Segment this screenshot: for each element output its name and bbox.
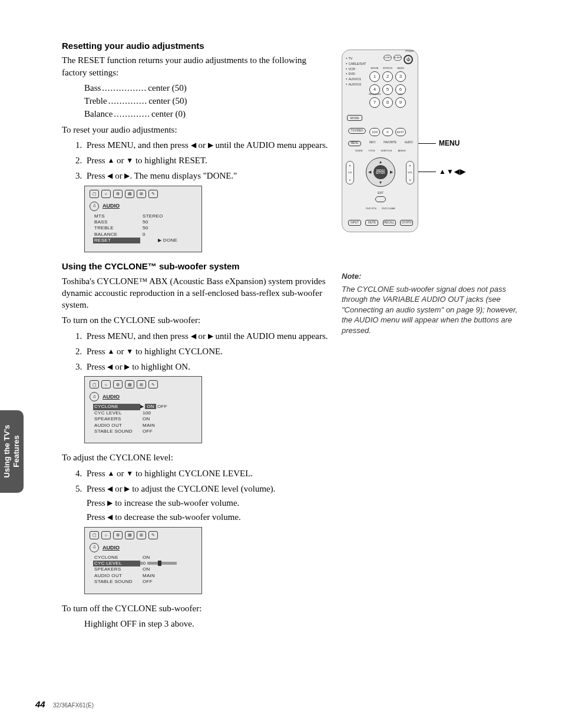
dpad-center: MENU/ ENTER [373,165,388,179]
right-arrow-icon: ▶ [124,484,130,493]
power-label: POWER [405,50,414,52]
down-arrow-icon: ▼ [126,156,133,165]
osd-icon-row: ▢ ☼ ⚙ ▤ ⊞ ✎ [90,531,197,539]
callout-arrows: ▲▼◀▶ [439,167,466,176]
sleep-button: SLEEP [394,55,402,61]
cyclone-off-sub: Highlight OFF in step 3 above. [84,618,333,630]
cyclone-adj-steps: Press ▲ or ▼ to highlight CYCLONE LEVEL.… [84,467,333,523]
dpad-left-icon: ◀ [368,169,371,174]
osd-icon: ☼ [101,531,111,539]
osd-icon-row: ▢ ☼ ⚙ ▤ ⊞ ✎ [90,380,197,388]
cyclone-step-2: Press ▲ or ▼ to highlight CYCLONE. [84,345,333,357]
bottom-button-row: INPUT MUTE RECALL CH RTN [348,220,413,226]
osd-icon: ✎ [148,190,158,198]
num-3: 3 [395,71,406,82]
chrtn-button: CH RTN [400,220,413,226]
num-8: 8 [382,97,393,108]
osd-icon: ▢ [90,531,99,539]
left-arrow-icon: ◀ [107,362,113,371]
osd-icon: ⊞ [137,190,146,198]
cyclone-on-lead: To turn on the CYCLONE sub-woofer: [62,314,333,326]
osd-table: MTSSTEREO BASS50 TREBLE50 BALANCE0 RESET… [94,213,197,244]
sub-label-row: GUIDE TITLE SUBTITLE ANGLE [355,149,406,152]
dpad-right-icon: ▶ [390,169,393,174]
right-arrow-icon: ▶ [208,140,213,150]
osd-audio-header: ♫ AUDIO [90,202,197,211]
reset-steps: Press MENU, and then press ◀ or ▶ until … [84,139,333,182]
osd-icon: ✎ [148,380,158,388]
cyclone-step-4: Press ▲ or ▼ to highlight CYCLONE LEVEL. [84,467,333,479]
doc-id: 32/36AFX61(E) [53,702,94,709]
reset-lead: To reset your audio adjustments: [62,124,333,136]
speaker-icon: ♫ [90,543,99,552]
cyclone-on-steps: Press MENU, and then press ◀ or ▶ until … [84,330,333,373]
power-button-icon: ⏻ [404,55,413,64]
page-footer: 44 32/36AFX61(E) [35,699,94,710]
heading-reset-audio: Resetting your audio adjustments [62,40,333,52]
num-2: 2 [382,71,393,82]
osd-table: CYCLONEON CYC LEVEL 80 SPEAKERSON AUDIO … [94,555,197,585]
osd-icon: ▤ [125,531,134,539]
default-bass: Bass ................ center (50) [84,82,333,94]
reset-intro: The RESET function returns your audio ad… [62,54,333,78]
down-arrow-icon: ▼ [126,469,133,478]
osd-table: CYCLONE ▶ONOFF CYC LEVEL100 SPEAKERSON A… [94,404,197,434]
speaker-icon: ♫ [90,392,99,401]
up-arrow-icon: ▲ [107,347,114,356]
left-arrow-icon: ◀ [107,512,113,522]
osd-highlight-row: CYC LEVEL 80 [94,561,197,566]
osd-menu-cyclone-on: ▢ ☼ ⚙ ▤ ⊞ ✎ ♫ AUDIO CYCLONE ▶ONOFF CYC L… [84,376,202,443]
osd-audio-header: ♫ AUDIO [90,543,197,552]
page: Resetting your audio adjustments The RES… [0,0,562,728]
right-arrow-icon: ▶ [107,498,113,508]
speaker-icon: ♫ [90,202,99,211]
note-block: Note: The CYCLONE sub-woofer signal does… [342,271,518,335]
osd-icon: ⊞ [137,531,146,539]
page-number: 44 [35,699,45,709]
num-7: 7 [369,97,380,108]
osd-audio-header: ♫ AUDIO [90,392,197,401]
cyclone-step-5: Press ◀ or ▶ to adjust the CYCLONE level… [84,483,333,523]
input-button: INPUT [348,220,361,226]
btn-0: 0 [382,128,393,136]
callout-menu: MENU [439,139,459,148]
osd-highlight-row: CYCLONE ▶ONOFF [94,404,197,410]
number-pad: 1 2 3 4 5 6 7 8 9 [369,71,406,108]
left-arrow-icon: ◀ [191,331,196,341]
reset-step-3: Press ◀ or ▶. The menu displays "DONE." [84,170,333,182]
dpad-up-icon: ▲ [379,159,383,164]
default-balance: Balance ............. center (0) [84,108,333,120]
left-arrow-icon: ◀ [107,171,113,180]
step5-sub1: Press ▶ to increase the sub-woofer volum… [87,497,333,509]
osd-icon: ▤ [125,190,134,198]
row-100-0-ent: 100 0 ENT [369,128,406,136]
left-arrow-icon: ◀ [107,484,113,493]
callout-line [418,143,436,144]
osd-icon: ▢ [90,190,99,198]
cyclone-step-3: Press ◀ or ▶ to highlight ON. [84,361,333,373]
up-arrow-icon: ▲ [107,469,114,478]
num-labels-mid: SERVICES LIST [368,93,407,95]
osd-icon: ☼ [101,380,111,388]
right-arrow-icon: ▶ [124,362,130,371]
mute-button: MUTE [365,220,378,226]
right-column: TV CABLE/SAT VCR DVD AUX/IO1 AUX/IO2 LIG… [342,50,530,232]
btn-ent: ENT [395,128,406,136]
chapter-tab: Using the TV's Features [0,410,24,493]
slider-icon [147,562,177,565]
callout-line [418,172,436,172]
menu-button: MENU [348,141,361,146]
tvvideo-button: TV/VIDEO [348,128,366,134]
btn-100: 100 [369,128,380,136]
reset-step-1: Press MENU, and then press ◀ or ▶ until … [84,139,333,151]
osd-icon: ⊞ [137,380,146,388]
right-arrow-icon: ▶ [208,331,213,341]
dpad-down-icon: ▼ [379,180,383,185]
mid-button-row: MENU INFO FAVORITE AUDIO [348,141,413,146]
default-treble: Treble .............. center (50) [84,95,333,107]
osd-icon: ✎ [148,531,158,539]
up-arrow-icon: ▲ [107,156,114,165]
note-heading: Note: [342,271,518,282]
main-column: Resetting your audio adjustments The RES… [62,40,333,630]
step5-sub2: Press ◀ to decrease the sub-woofer volum… [87,511,333,523]
